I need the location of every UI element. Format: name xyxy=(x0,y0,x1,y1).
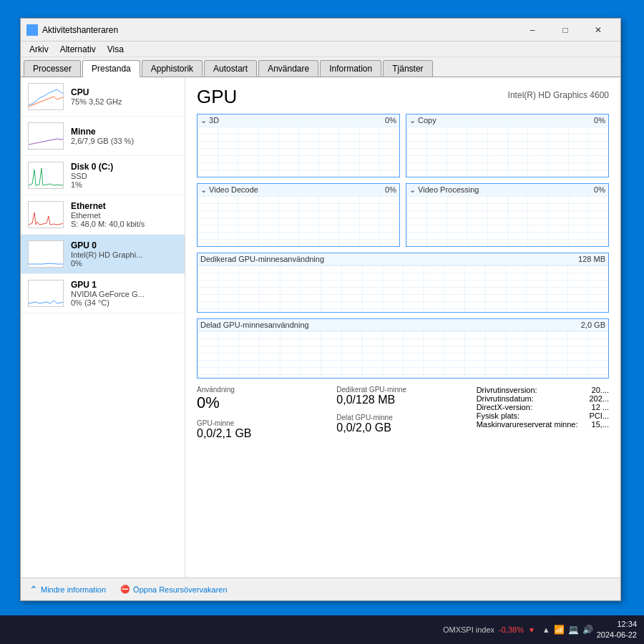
minimize-button[interactable]: – xyxy=(516,19,549,42)
sidebar-item-gpu1[interactable]: GPU 1 NVIDIA GeForce G... 0% (34 °C) xyxy=(21,274,185,313)
chart-copy-title: ⌄ Copy xyxy=(409,116,436,125)
svg-rect-3 xyxy=(33,31,36,34)
chart-copy-value: 0% xyxy=(594,116,605,125)
stat-physical-key: Fysisk plats: xyxy=(477,411,520,420)
chart-shared-value: 2,0 GB xyxy=(581,321,605,329)
tab-tjanster[interactable]: Tjänster xyxy=(383,60,432,77)
disk-thumbnail xyxy=(28,162,64,189)
window-controls: – □ ✕ xyxy=(516,19,615,42)
stat-dedicated-label: Dedikerat GPU-minne xyxy=(336,386,469,394)
close-button[interactable]: ✕ xyxy=(582,19,615,42)
stat-driver-date-key: Drivrutinsdatum: xyxy=(477,394,534,403)
caret-icon[interactable]: ▲ xyxy=(542,625,550,634)
less-info-label: Mindre information xyxy=(41,585,106,594)
sidebar-item-memory[interactable]: Minne 2,6/7,9 GB (33 %) xyxy=(21,117,185,156)
stat-driver-version-key: Drivrutinsversion: xyxy=(477,386,537,394)
sidebar-item-cpu[interactable]: CPU 75% 3,52 GHz xyxy=(21,77,185,117)
chevron-up-icon: ⌃ xyxy=(29,584,38,595)
disk-detail1: SSD xyxy=(71,172,177,180)
memory-detail: 2,6/7,9 GB (33 %) xyxy=(71,137,177,145)
stat-driver-date-row: Drivrutinsdatum: 202... xyxy=(477,394,609,403)
main-panel: GPU Intel(R) HD Graphics 4600 ⌄ 3D 0% xyxy=(185,77,620,577)
stat-driver-version-val: 20.... xyxy=(592,386,609,394)
sidebar: CPU 75% 3,52 GHz Minne 2,6/7,9 GB (33 %) xyxy=(21,77,185,577)
menu-arkiv[interactable]: Arkiv xyxy=(24,43,54,56)
stat-reserved-row: Maskinvarureserverat minne: 15,... xyxy=(477,420,609,429)
window-icon xyxy=(26,24,38,36)
maximize-button[interactable]: □ xyxy=(549,19,582,42)
gpu1-info: GPU 1 NVIDIA GeForce G... 0% (34 °C) xyxy=(71,280,177,307)
stat-usage-value: 0% xyxy=(197,394,329,412)
disk-name: Disk 0 (C:) xyxy=(71,162,177,172)
sidebar-item-gpu0[interactable]: GPU 0 Intel(R) HD Graphi... 0% xyxy=(21,235,185,274)
tabs-bar: Processer Prestanda Apphistorik Autostar… xyxy=(21,57,620,77)
gpu0-name: GPU 0 xyxy=(71,240,177,250)
chart-3d-area xyxy=(197,127,399,177)
stat-physical-row: Fysisk plats: PCI... xyxy=(477,411,609,420)
gpu1-name: GPU 1 xyxy=(71,280,177,290)
open-monitor-link[interactable]: ⛔ Öppna Resursövervakaren xyxy=(120,585,227,594)
stat-directx-row: DirectX-version: 12 ... xyxy=(477,403,609,411)
tab-information[interactable]: Information xyxy=(320,60,381,77)
sidebar-item-disk[interactable]: Disk 0 (C:) SSD 1% xyxy=(21,156,185,195)
stat-dedicated-value: 0,0/128 MB xyxy=(336,394,469,406)
chart-3d-title: ⌄ 3D xyxy=(200,116,219,125)
menu-visa[interactable]: Visa xyxy=(102,43,130,56)
stat-usage-label: Användning xyxy=(197,386,329,394)
tab-anvandare[interactable]: Användare xyxy=(258,60,318,77)
tab-processer[interactable]: Processer xyxy=(24,60,81,77)
chart-copy-area xyxy=(406,127,608,177)
chart-dedicated-area xyxy=(197,265,608,312)
chart-dedicated-label: Dedikerad GPU-minnesanvändning 128 MB xyxy=(197,253,608,265)
chart-dedicated-value: 128 MB xyxy=(578,255,605,263)
less-info-link[interactable]: ⌃ Mindre information xyxy=(29,584,106,595)
svg-rect-11 xyxy=(406,127,608,177)
ethernet-thumbnail xyxy=(28,201,64,228)
chart-shared-area xyxy=(197,331,608,378)
task-manager-window: Aktivitetshanteraren – □ ✕ Arkiv Alterna… xyxy=(20,18,621,601)
open-monitor-label: Öppna Resursövervakaren xyxy=(133,585,227,594)
volume-icon[interactable]: 🔊 xyxy=(582,625,593,635)
memory-thumbnail xyxy=(28,122,64,150)
window-title: Aktivitetshanteraren xyxy=(42,25,516,35)
stat-shared-label: Delat GPU-minne xyxy=(336,414,469,421)
svg-rect-14 xyxy=(197,265,608,312)
chart-video-decode: ⌄ Video Decode 0% xyxy=(197,183,400,247)
monitor-icon: ⛔ xyxy=(120,585,130,594)
stat-gpu-memory-value: 0,0/2,1 GB xyxy=(197,427,329,440)
chart-shared-memory: Delad GPU-minnesanvändning 2,0 GB xyxy=(197,318,609,379)
stat-directx-key: DirectX-version: xyxy=(477,403,532,411)
chart-vp-value: 0% xyxy=(594,185,605,195)
taskbar-icons: ▲ 📶 💻 🔊 xyxy=(542,625,593,635)
svg-rect-0 xyxy=(28,26,31,29)
stat-driver-version-row: Drivrutinsversion: 20.... xyxy=(477,386,609,394)
stat-reserved-key: Maskinvarureserverat minne: xyxy=(477,420,578,429)
ethernet-name: Ethernet xyxy=(71,201,177,211)
tab-prestanda[interactable]: Prestanda xyxy=(82,60,140,77)
network-icon[interactable]: 📶 xyxy=(554,625,565,635)
svg-rect-12 xyxy=(197,196,399,246)
chart-vp-label: ⌄ Video Processing 0% xyxy=(406,184,608,196)
chart-dedicated-memory: Dedikerad GPU-minnesanvändning 128 MB xyxy=(197,253,609,313)
cpu-thumbnail xyxy=(28,83,64,110)
stock-label: OMXSPI index xyxy=(443,625,494,634)
chart-vd-label: ⌄ Video Decode 0% xyxy=(197,184,399,196)
display-icon[interactable]: 💻 xyxy=(568,625,579,635)
chart-vp-title: ⌄ Video Processing xyxy=(409,185,479,195)
disk-info: Disk 0 (C:) SSD 1% xyxy=(71,162,177,189)
svg-rect-1 xyxy=(33,26,36,29)
clock-time: 12:34 xyxy=(597,619,637,630)
cpu-detail: 75% 3,52 GHz xyxy=(71,97,177,106)
stat-shared-value: 0,0/2,0 GB xyxy=(336,421,469,434)
gpu0-detail1: Intel(R) HD Graphi... xyxy=(71,250,177,259)
ethernet-info: Ethernet Ethernet S: 48,0 M: 40,0 kbit/s xyxy=(71,201,177,228)
gpu-title: GPU xyxy=(197,86,237,108)
gpu1-detail2: 0% (34 °C) xyxy=(71,298,177,307)
tab-apphistorik[interactable]: Apphistorik xyxy=(142,60,203,77)
sidebar-item-ethernet[interactable]: Ethernet Ethernet S: 48,0 M: 40,0 kbit/s xyxy=(21,195,185,235)
gpu0-info: GPU 0 Intel(R) HD Graphi... 0% xyxy=(71,240,177,268)
taskbar: OMXSPI index -0,38% ▼ ▲ 📶 💻 🔊 12:34 2024… xyxy=(0,615,644,644)
menu-alternativ[interactable]: Alternativ xyxy=(54,43,102,56)
tab-autostart[interactable]: Autostart xyxy=(204,60,257,77)
stats-col1: Användning 0% GPU-minne 0,0/2,1 GB xyxy=(197,386,329,440)
